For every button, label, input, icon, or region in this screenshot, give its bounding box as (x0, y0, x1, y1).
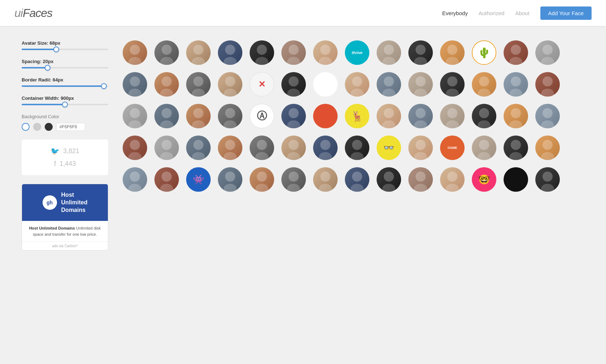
avatar-item[interactable] (504, 136, 528, 160)
avatar-item[interactable]: OSME (440, 136, 465, 160)
svg-point-32 (289, 76, 299, 86)
avatar-item[interactable] (281, 40, 306, 65)
avatar-item[interactable]: 👓 (377, 136, 401, 160)
avatar-size-slider-track[interactable] (22, 49, 108, 50)
avatar-item[interactable] (535, 72, 560, 97)
avatar-item[interactable] (472, 72, 496, 97)
spacing-slider-track[interactable] (22, 67, 108, 68)
avatar-item[interactable] (535, 136, 560, 160)
color-hex-input[interactable] (56, 123, 85, 131)
avatar-size-label: Avatar Size: 68px (22, 40, 108, 46)
avatar-item[interactable]: thrive (345, 40, 369, 65)
avatar-item[interactable] (186, 136, 211, 160)
avatar-item[interactable] (281, 104, 306, 128)
ad-caption: Host Unlimited Domains Unlimited disk sp… (22, 221, 108, 241)
avatar-item[interactable]: 🤓 (472, 167, 496, 192)
add-face-button[interactable]: Add Your Face (540, 6, 592, 20)
avatar-item[interactable]: 🦌 (345, 104, 369, 128)
avatar-item[interactable] (218, 167, 242, 192)
avatar-item[interactable] (345, 167, 369, 192)
avatar-item[interactable] (472, 136, 496, 160)
avatar-item[interactable] (186, 72, 211, 97)
svg-point-13 (319, 57, 332, 65)
avatar-item[interactable] (218, 40, 242, 65)
color-white[interactable] (22, 123, 30, 131)
avatar-item[interactable] (154, 167, 179, 192)
avatar-item[interactable] (154, 136, 179, 160)
avatar-item[interactable] (123, 72, 147, 97)
avatar-item[interactable] (186, 104, 211, 128)
ad-box[interactable]: gh Host Unlimited Domains Host Unlimited… (22, 184, 108, 250)
border-radii-slider-track[interactable] (22, 85, 108, 87)
avatar-item[interactable] (440, 40, 465, 65)
nav-authorized[interactable]: Authorized (479, 10, 505, 16)
avatar-item[interactable] (345, 136, 369, 160)
border-radii-value: 64px (53, 77, 63, 83)
color-gray[interactable] (33, 123, 41, 131)
avatar-item[interactable] (440, 167, 465, 192)
svg-point-4 (193, 45, 203, 55)
logo[interactable]: uiFaces (14, 6, 52, 20)
avatar-item[interactable] (408, 72, 433, 97)
container-width-slider-track[interactable] (22, 104, 108, 105)
avatar-item[interactable] (377, 104, 401, 128)
svg-point-43 (478, 89, 491, 97)
avatar-item[interactable]: 👾 (186, 167, 211, 192)
avatar-item[interactable] (123, 104, 147, 128)
avatar-item[interactable] (408, 136, 433, 160)
color-options (22, 123, 108, 131)
avatar-item[interactable] (535, 104, 560, 128)
avatar-item[interactable] (218, 104, 242, 128)
avatar-item[interactable] (218, 72, 242, 97)
avatar-item[interactable] (472, 104, 496, 128)
avatar-item[interactable]: Ⓐ (250, 104, 274, 128)
avatar-item[interactable] (218, 136, 242, 160)
avatar-item[interactable] (186, 40, 211, 65)
avatar-item[interactable] (250, 167, 274, 192)
avatar-item[interactable] (345, 72, 369, 97)
avatar-item[interactable] (123, 136, 147, 160)
avatar-item[interactable] (313, 104, 338, 128)
avatar-item[interactable] (313, 40, 338, 65)
avatar-item[interactable] (281, 72, 306, 97)
avatar-item[interactable] (440, 72, 465, 97)
avatar-item[interactable]: 🌵 (472, 40, 496, 65)
avatar-item[interactable] (377, 40, 401, 65)
avatar-item[interactable] (504, 167, 528, 192)
avatar-item[interactable] (377, 167, 401, 192)
svg-point-95 (128, 184, 141, 192)
avatar-item[interactable] (408, 104, 433, 128)
avatar-item[interactable] (281, 167, 306, 192)
avatar-item[interactable] (440, 104, 465, 128)
avatar-item[interactable] (281, 136, 306, 160)
svg-point-0 (130, 45, 140, 55)
avatar-item[interactable] (377, 72, 401, 97)
avatar-item[interactable] (123, 167, 147, 192)
avatar-item[interactable] (504, 72, 528, 97)
avatar-item[interactable] (504, 40, 528, 65)
avatar-item[interactable] (535, 167, 560, 192)
svg-point-90 (511, 140, 521, 150)
avatar-item[interactable] (154, 40, 179, 65)
avatar-item[interactable] (313, 167, 338, 192)
avatar-item[interactable] (408, 167, 433, 192)
nav-about[interactable]: About (515, 10, 529, 16)
avatar-item[interactable] (154, 104, 179, 128)
avatar-item[interactable]: ✕ (250, 72, 274, 97)
color-black[interactable] (45, 123, 53, 131)
avatar-item[interactable] (313, 136, 338, 160)
avatar-item[interactable] (408, 40, 433, 65)
svg-point-115 (541, 184, 554, 192)
svg-point-3 (160, 57, 173, 65)
avatar-item[interactable] (123, 40, 147, 65)
avatar-item[interactable] (154, 72, 179, 97)
svg-point-91 (509, 152, 522, 160)
avatar-item[interactable] (535, 40, 560, 65)
avatar-item[interactable] (313, 72, 338, 97)
avatar-item[interactable] (250, 136, 274, 160)
avatar-item[interactable] (504, 104, 528, 128)
avatar-item[interactable] (250, 40, 274, 65)
nav-everybody[interactable]: Everybody (442, 10, 468, 16)
bg-color-section: Background Color (22, 114, 108, 131)
svg-point-64 (479, 108, 489, 118)
